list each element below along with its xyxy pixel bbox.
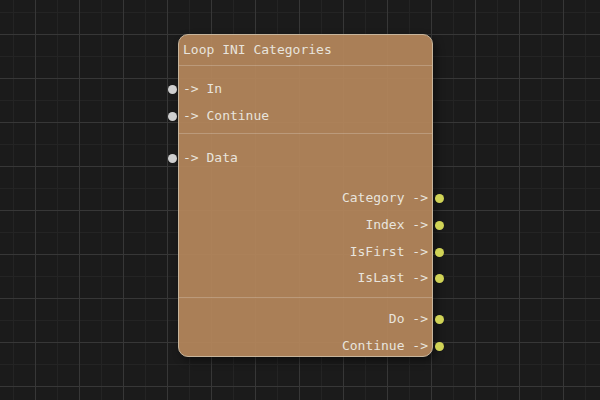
output-port-row-category: Category -> — [179, 189, 432, 207]
title-separator — [179, 65, 432, 66]
input-port-label: -> Data — [183, 149, 238, 167]
input-port-label: -> In — [183, 80, 222, 98]
input-port-label: -> Continue — [183, 107, 269, 125]
output-port-row-index: Index -> — [179, 216, 432, 234]
input-port-row-continue: -> Continue — [179, 107, 432, 125]
output-port-row-continue: Continue -> — [179, 337, 432, 355]
output-port-icon[interactable] — [435, 248, 444, 257]
node-loop-ini-categories[interactable]: Loop INI Categories -> In -> Continue ->… — [178, 34, 433, 357]
output-port-label: Category -> — [342, 189, 428, 207]
output-port-label: IsLast -> — [358, 269, 428, 287]
output-port-label: Index -> — [365, 216, 428, 234]
output-port-icon[interactable] — [435, 274, 444, 283]
node-title: Loop INI Categories — [179, 35, 432, 65]
input-group-separator — [179, 133, 432, 134]
output-port-row-isfirst: IsFirst -> — [179, 243, 432, 261]
output-port-icon[interactable] — [435, 194, 444, 203]
input-port-row-in: -> In — [179, 80, 432, 98]
input-port-icon[interactable] — [168, 85, 177, 94]
input-port-icon[interactable] — [168, 154, 177, 163]
output-port-icon[interactable] — [435, 315, 444, 324]
output-port-icon[interactable] — [435, 342, 444, 351]
output-port-label: Continue -> — [342, 337, 428, 355]
input-port-icon[interactable] — [168, 112, 177, 121]
output-port-icon[interactable] — [435, 221, 444, 230]
output-port-label: Do -> — [389, 310, 428, 328]
output-port-row-do: Do -> — [179, 310, 432, 328]
output-port-row-islast: IsLast -> — [179, 269, 432, 287]
node-graph-canvas[interactable]: Loop INI Categories -> In -> Continue ->… — [0, 0, 600, 400]
output-port-label: IsFirst -> — [350, 243, 428, 261]
input-port-row-data: -> Data — [179, 149, 432, 167]
output-group-separator — [179, 297, 432, 298]
